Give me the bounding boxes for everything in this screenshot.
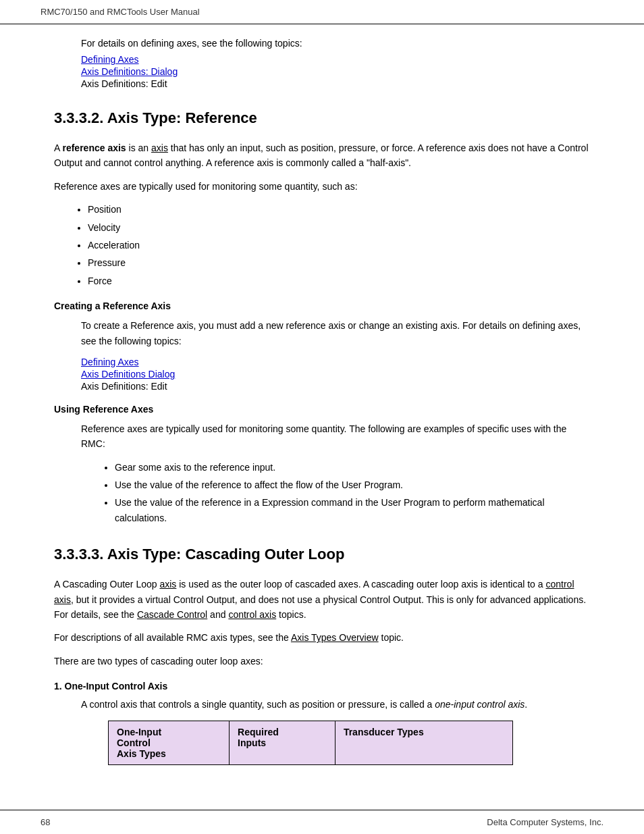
bullet-pressure: Pressure — [88, 255, 590, 270]
link-cascade-control[interactable]: Cascade Control — [137, 609, 207, 620]
numbered-heading-1: 1. One-Input Control Axis — [54, 681, 590, 692]
header-title: RMC70/150 and RMCTools User Manual — [41, 7, 200, 17]
italic-one-input: one-input control axis — [435, 699, 525, 710]
bold-reference-axis: reference axis — [62, 142, 126, 153]
link-axis-2[interactable]: axis — [159, 579, 176, 590]
creating-reference-text: To create a Reference axis, you must add… — [81, 318, 590, 348]
bullet-gear: Gear some axis to the reference input. — [115, 460, 590, 475]
section-332-heading: 3.3.3.2. Axis Type: Reference — [54, 109, 590, 127]
link-axis-definitions-dialog-1[interactable]: Axis Definitions: Dialog — [81, 66, 590, 77]
link-defining-axes-2[interactable]: Defining Axes — [81, 357, 590, 367]
bullet-force: Force — [88, 273, 590, 288]
intro-text: For details on defining axes, see the fo… — [81, 38, 590, 49]
link-control-axis-2[interactable]: control axis — [228, 609, 276, 620]
using-reference-axes: Using Reference Axes Reference axes are … — [54, 404, 590, 525]
using-reference-text: Reference axes are typically used for mo… — [81, 421, 590, 452]
using-reference-body: Reference axes are typically used for mo… — [54, 421, 590, 525]
bullet-velocity: Velocity — [88, 220, 590, 235]
link-axis-definitions-dialog-2[interactable]: Axis Definitions Dialog — [81, 369, 590, 380]
axis-definitions-edit-2: Axis Definitions: Edit — [81, 381, 590, 392]
using-reference-bullets: Gear some axis to the reference input. U… — [115, 460, 590, 526]
page-footer: 68 Delta Computer Systems, Inc. — [0, 810, 644, 834]
section-333-para2: For descriptions of all available RMC ax… — [54, 630, 590, 645]
intro-section: For details on defining axes, see the fo… — [54, 38, 590, 89]
footer-company: Delta Computer Systems, Inc. — [487, 817, 603, 827]
col-header-axis-types: One-InputControlAxis Types — [109, 721, 230, 764]
col-header-transducer-types: Transducer Types — [335, 721, 512, 764]
link-control-axis-1[interactable]: control axis — [54, 579, 574, 604]
bullet-acceleration: Acceleration — [88, 238, 590, 253]
one-input-text: A control axis that controls a single qu… — [81, 697, 590, 712]
sub-heading-creating: Creating a Reference Axis — [54, 301, 590, 311]
sub-heading-using: Using Reference Axes — [54, 404, 590, 415]
section-333-para1: A Cascading Outer Loop axis is used as t… — [54, 577, 590, 622]
link-defining-axes-1[interactable]: Defining Axes — [81, 54, 590, 65]
section-333: 3.3.3.3. Axis Type: Cascading Outer Loop… — [54, 546, 590, 764]
col-header-required-inputs: RequiredInputs — [230, 721, 336, 764]
page-header: RMC70/150 and RMCTools User Manual — [0, 0, 644, 24]
table-container: One-InputControlAxis Types RequiredInput… — [108, 721, 590, 765]
section-333-para3: There are two types of cascading outer l… — [54, 654, 590, 669]
page-container: RMC70/150 and RMCTools User Manual For d… — [0, 0, 644, 834]
link-axis-1[interactable]: axis — [151, 142, 168, 153]
section-332: 3.3.3.2. Axis Type: Reference A referenc… — [54, 109, 590, 525]
footer-page-number: 68 — [41, 817, 50, 827]
section-333-heading: 3.3.3.3. Axis Type: Cascading Outer Loop — [54, 546, 590, 563]
bullet-expression: Use the value of the reference in a Expr… — [115, 495, 590, 525]
table-header-row: One-InputControlAxis Types RequiredInput… — [109, 721, 513, 764]
axis-definitions-edit-1: Axis Definitions: Edit — [81, 78, 590, 89]
main-content: For details on defining axes, see the fo… — [0, 24, 644, 810]
creating-reference-axis: Creating a Reference Axis To create a Re… — [54, 301, 590, 392]
section-332-bullets: Position Velocity Acceleration Pressure … — [88, 202, 590, 288]
one-input-table: One-InputControlAxis Types RequiredInput… — [108, 721, 513, 765]
bullet-value-flow: Use the value of the reference to affect… — [115, 477, 590, 492]
one-input-body: A control axis that controls a single qu… — [54, 697, 590, 764]
bullet-position: Position — [88, 202, 590, 217]
one-input-control-axis: 1. One-Input Control Axis A control axis… — [54, 681, 590, 764]
creating-reference-body: To create a Reference axis, you must add… — [54, 318, 590, 392]
section-332-para1: A reference axis is an axis that has onl… — [54, 140, 590, 171]
link-axis-types-overview[interactable]: Axis Types Overview — [291, 632, 379, 643]
section-332-para2: Reference axes are typically used for mo… — [54, 179, 590, 194]
